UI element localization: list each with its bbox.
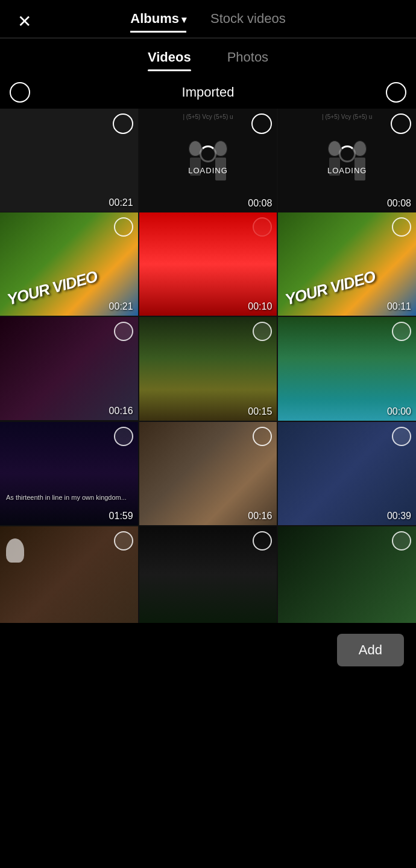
select-circle-g8[interactable] — [253, 427, 272, 446]
loading-spinner-c3 — [339, 145, 356, 162]
grid-cell-g6[interactable]: 00:00 — [278, 317, 416, 421]
duration-c2: 00:08 — [248, 198, 272, 209]
duration-g1: 00:21 — [109, 301, 133, 312]
select-circle-g2[interactable] — [253, 217, 272, 237]
duration-g6: 00:00 — [387, 406, 411, 417]
duration-c3: 00:08 — [387, 198, 411, 209]
select-circle-g12[interactable] — [392, 531, 411, 550]
cell-text-g1: YOUR VIDEO — [5, 267, 99, 310]
grid-cell-1[interactable]: 00:21 — [0, 109, 138, 212]
grid-cell-g9[interactable]: 00:39 — [278, 422, 416, 526]
select-circle-g10[interactable] — [114, 531, 133, 550]
duration-g3: 00:11 — [387, 301, 411, 312]
dropdown-icon[interactable]: ▾ — [181, 14, 186, 25]
duration-c1: 00:21 — [109, 197, 133, 208]
duration-g4: 00:16 — [109, 406, 133, 416]
imported-section-header: Imported — [0, 76, 416, 109]
loading-text-c2: LOADING — [188, 166, 228, 175]
grid-cell-g8[interactable]: 00:16 — [139, 422, 277, 526]
grid-cell-g10[interactable] — [0, 526, 138, 623]
select-circle-g1[interactable] — [114, 217, 133, 237]
select-circle-imported-left[interactable] — [10, 82, 30, 103]
main-grid: YOUR VIDEO 00:21 00:10 YOUR VIDEO 00:11 … — [0, 212, 416, 624]
select-circle-imported-right[interactable] — [386, 82, 406, 103]
select-circle-g9[interactable] — [392, 427, 411, 446]
grid-cell-g4[interactable]: 00:16 — [0, 317, 138, 420]
loading-text-c3: LOADING — [327, 166, 367, 175]
tab-videos[interactable]: Videos — [148, 49, 191, 70]
duration-g8: 00:16 — [248, 511, 272, 522]
grid-cell-g1[interactable]: YOUR VIDEO 00:21 — [0, 212, 138, 316]
header: ✕ Albums▾ Stock videos — [0, 0, 416, 31]
imported-label: Imported — [182, 85, 235, 100]
figure-g10 — [6, 538, 24, 563]
tab-stock-videos[interactable]: Stock videos — [210, 11, 286, 31]
close-button[interactable]: ✕ — [12, 11, 36, 31]
select-circle-g7[interactable] — [114, 427, 133, 446]
subtitle-g7: As thirteenth in line in my own kingdom.… — [6, 494, 127, 501]
grid-cell-g11[interactable] — [139, 526, 277, 623]
grid-cell-3[interactable]: | (5+5) Vcy (5+5) u LOADING 00:08 — [278, 109, 416, 212]
grid-cell-g5[interactable]: 00:15 — [139, 317, 277, 421]
select-circle-g3[interactable] — [392, 217, 411, 237]
cell-text-g3: YOUR VIDEO — [283, 267, 377, 310]
top-grid-row: 00:21 | (5+5) Vcy (5+5) u LOADING 00:08 — [0, 109, 416, 212]
sub-tabs: Videos Photos — [0, 39, 416, 76]
select-circle-c1[interactable] — [113, 113, 133, 134]
loading-spinner-c2 — [200, 145, 216, 162]
grid-cell-g7[interactable]: As thirteenth in line in my own kingdom.… — [0, 422, 138, 525]
duration-g5: 00:15 — [248, 406, 272, 417]
add-button[interactable]: Add — [337, 634, 404, 666]
tab-photos[interactable]: Photos — [227, 49, 269, 70]
header-tabs: Albums▾ Stock videos — [36, 11, 380, 31]
duration-g2: 00:10 — [248, 301, 272, 312]
grid-cell-g3[interactable]: YOUR VIDEO 00:11 — [278, 212, 416, 316]
grid-cell-2[interactable]: | (5+5) Vcy (5+5) u LOADING 00:08 — [139, 109, 277, 212]
duration-g9: 00:39 — [387, 511, 411, 522]
select-circle-g6[interactable] — [392, 322, 411, 341]
select-circle-g4[interactable] — [114, 322, 133, 341]
duration-g7: 01:59 — [109, 511, 133, 522]
grid-cell-g2[interactable]: 00:10 — [139, 212, 277, 316]
bottom-bar: Add — [0, 623, 416, 677]
select-circle-c3[interactable] — [391, 113, 411, 134]
grid-cell-g12[interactable] — [278, 526, 416, 623]
tab-albums[interactable]: Albums▾ — [130, 11, 186, 31]
